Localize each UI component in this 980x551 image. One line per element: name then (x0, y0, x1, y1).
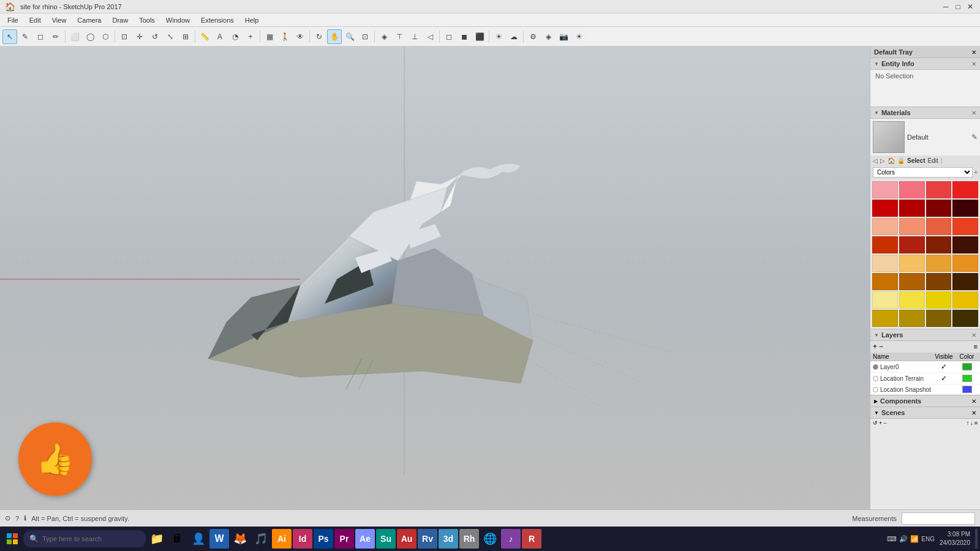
wireframe-btn[interactable]: ◻ (442, 29, 456, 44)
taskbar-app2[interactable]: R (522, 529, 541, 549)
systray-volume[interactable]: 🔊 (899, 535, 908, 543)
tape-tool[interactable]: 📏 (197, 29, 212, 44)
menu-window[interactable]: Window (161, 15, 195, 25)
circle-tool[interactable]: ◯ (83, 29, 97, 44)
color-swatch-24[interactable] (872, 291, 898, 309)
color-swatch-14[interactable] (926, 236, 952, 253)
eraser-tool[interactable]: ◻ (33, 29, 48, 44)
polygon-tool[interactable]: ⬡ (98, 29, 113, 44)
scenes-btn[interactable]: 📷 (556, 29, 571, 44)
layers-remove-btn[interactable]: − (879, 342, 883, 351)
menu-file[interactable]: File (2, 15, 23, 25)
protractor-tool[interactable]: ◔ (228, 29, 243, 44)
layers-menu-btn[interactable]: ≡ (974, 343, 978, 350)
move-tool[interactable]: ✛ (132, 29, 147, 44)
fog-btn[interactable]: ☁ (507, 29, 521, 44)
3d-viewport[interactable]: 👍 (0, 47, 870, 527)
close-button[interactable]: ✕ (965, 2, 975, 12)
color-swatch-4[interactable] (872, 200, 898, 217)
taskbar-word[interactable]: W (209, 529, 229, 549)
shadow-btn[interactable]: ☀ (491, 29, 506, 44)
rect-tool[interactable]: ⬜ (67, 29, 82, 44)
color-swatch-31[interactable] (952, 310, 978, 327)
status-icon-2[interactable]: ? (15, 515, 19, 522)
taskbar-clock[interactable]: 3:08 PM 24/03/2020 (936, 530, 974, 547)
colors-dropdown[interactable]: Colors (873, 167, 973, 178)
axes-tool[interactable]: + (243, 29, 258, 44)
iso-view-btn[interactable]: ◈ (377, 29, 391, 44)
zoom-ext-tool[interactable]: ⊡ (358, 29, 372, 44)
systray-lang[interactable]: ENG (921, 536, 935, 542)
left-view-btn[interactable]: ◁ (423, 29, 437, 44)
taskbar-illustrator[interactable]: Ai (272, 529, 292, 549)
select-tool[interactable]: ↖ (2, 29, 17, 44)
settings-btn[interactable]: ⚙ (526, 29, 540, 44)
systray-keyboard[interactable]: ⌨ (887, 535, 897, 543)
taskbar-autocad[interactable]: Au (397, 529, 417, 549)
layer-row-2[interactable]: Location Snapshot (870, 384, 980, 395)
color-swatch-12[interactable] (872, 236, 898, 253)
color-swatch-9[interactable] (899, 218, 925, 235)
taskbar-app1[interactable]: ♪ (501, 529, 521, 549)
systray-network[interactable]: 📶 (910, 535, 919, 543)
color-swatch-1[interactable] (899, 181, 925, 198)
materials-close[interactable]: ✕ (971, 110, 976, 116)
menu-view[interactable]: View (47, 15, 72, 25)
scene-down-btn[interactable]: ↓ (970, 420, 973, 426)
color-swatch-8[interactable] (872, 218, 898, 235)
section-cut-tool[interactable]: ▦ (262, 29, 277, 44)
orbit-tool[interactable]: ↻ (312, 29, 326, 44)
show-desktop-btn[interactable] (975, 529, 978, 549)
color-swatch-7[interactable] (952, 200, 978, 217)
walk-tool[interactable]: 🚶 (277, 29, 292, 44)
color-swatch-21[interactable] (899, 273, 925, 290)
maximize-button[interactable]: □ (953, 2, 963, 12)
menu-draw[interactable]: Draw (107, 15, 133, 25)
start-button[interactable] (2, 529, 22, 549)
mat-tab-select[interactable]: Select (907, 157, 925, 164)
color-swatch-16[interactable] (872, 255, 898, 272)
layer-radio-1[interactable] (873, 376, 878, 381)
status-icon-1[interactable]: ⊙ (5, 514, 10, 522)
taskbar-sketchup[interactable]: Su (376, 529, 396, 549)
scene-remove-btn[interactable]: + (879, 420, 882, 426)
layer-color-1[interactable] (956, 375, 978, 382)
offset-tool[interactable]: ⊞ (178, 29, 193, 44)
entity-info-header[interactable]: ▼ Entity Info ✕ (870, 58, 980, 70)
pencil-tool[interactable]: ✏ (48, 29, 63, 44)
text-tool[interactable]: A (213, 29, 227, 44)
taskbar-firefox[interactable]: 🦊 (230, 529, 250, 549)
color-swatch-13[interactable] (899, 236, 925, 253)
color-swatch-23[interactable] (952, 273, 978, 290)
material-edit-icon[interactable]: ✎ (971, 133, 978, 141)
color-swatch-28[interactable] (872, 310, 898, 327)
taskbar-photoshop[interactable]: Ps (314, 529, 333, 549)
color-swatch-5[interactable] (899, 200, 925, 217)
color-swatch-0[interactable] (872, 181, 898, 198)
paint-tool[interactable]: ✎ (18, 29, 32, 44)
styles-btn[interactable]: ◈ (541, 29, 556, 44)
components-header[interactable]: ▶ Components ✕ (870, 395, 980, 407)
color-swatch-17[interactable] (899, 255, 925, 272)
minimize-button[interactable]: ─ (941, 2, 951, 12)
color-swatch-20[interactable] (872, 273, 898, 290)
sun-btn[interactable]: ☀ (571, 29, 586, 44)
top-view-btn[interactable]: ⊤ (392, 29, 407, 44)
color-swatch-19[interactable] (952, 255, 978, 272)
color-swatch-26[interactable] (926, 291, 952, 309)
pan-tool[interactable]: ✋ (327, 29, 342, 44)
look-around-tool[interactable]: 👁 (293, 29, 307, 44)
layer-color-2[interactable] (956, 386, 978, 393)
taskbar-ae[interactable]: Ae (355, 529, 375, 549)
mat-lock-icon[interactable]: 🔒 (897, 157, 905, 164)
taskbar-3dsmax[interactable]: 3d (439, 529, 458, 549)
scene-up-btn[interactable]: ↑ (967, 420, 970, 426)
layer-visible-1[interactable]: ✓ (932, 374, 956, 383)
hidden-line-btn[interactable]: ◼ (457, 29, 472, 44)
search-input[interactable] (42, 535, 128, 542)
tray-close-icon[interactable]: ✕ (971, 49, 976, 56)
mat-tab-edit[interactable]: Edit (927, 157, 938, 164)
color-swatch-29[interactable] (899, 310, 925, 327)
push-pull-tool[interactable]: ⊡ (117, 29, 132, 44)
color-swatch-2[interactable] (926, 181, 952, 198)
